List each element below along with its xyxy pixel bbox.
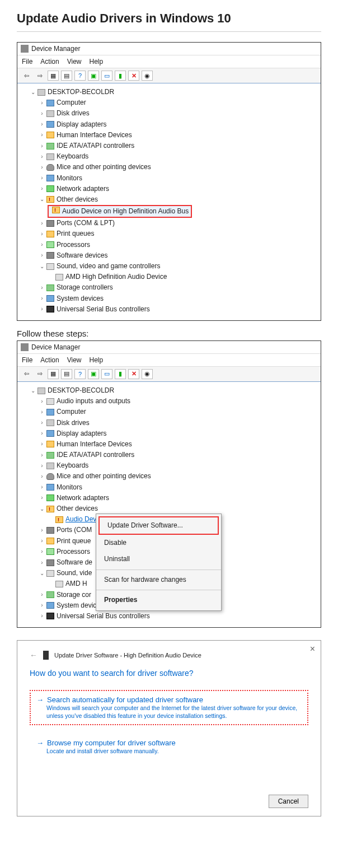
help-button[interactable]: ? bbox=[74, 369, 86, 379]
forward-button[interactable]: ⇨ bbox=[34, 369, 45, 379]
remove-button[interactable]: ✕ bbox=[128, 369, 139, 379]
option-search-auto[interactable]: →Search automatically for updated driver… bbox=[30, 690, 308, 725]
cat-disk[interactable]: Disk drives bbox=[57, 418, 90, 428]
expand-icon[interactable]: ⌄ bbox=[39, 505, 45, 514]
cat-other[interactable]: Other devices bbox=[57, 194, 98, 205]
menu-action[interactable]: Action bbox=[40, 356, 59, 364]
expand-icon[interactable]: › bbox=[39, 152, 45, 161]
add-button[interactable]: ▮ bbox=[115, 369, 126, 379]
cat-display[interactable]: Display adapters bbox=[57, 119, 106, 130]
expand-icon[interactable]: › bbox=[39, 99, 45, 108]
cat-disk[interactable]: Disk drives bbox=[57, 108, 90, 119]
expand-icon[interactable]: › bbox=[39, 472, 45, 481]
expand-icon[interactable]: › bbox=[39, 536, 45, 545]
expand-icon[interactable]: ⌄ bbox=[39, 195, 45, 204]
cat-usb[interactable]: Universal Serial Bus controllers bbox=[57, 304, 150, 315]
ctx-scan[interactable]: Scan for hardware changes bbox=[96, 572, 221, 588]
expand-icon[interactable]: › bbox=[39, 120, 45, 129]
expand-icon[interactable]: › bbox=[39, 163, 45, 172]
tree-root[interactable]: DESKTOP-BECOLDR bbox=[48, 385, 114, 396]
expand-icon[interactable]: › bbox=[39, 219, 45, 228]
expand-icon[interactable]: › bbox=[39, 451, 45, 460]
cat-network[interactable]: Network adapters bbox=[57, 184, 109, 194]
cat-mice[interactable]: Mice and other pointing devices bbox=[57, 471, 151, 482]
menu-view[interactable]: View bbox=[67, 58, 82, 66]
cat-storage[interactable]: Storage controllers bbox=[57, 282, 113, 293]
cancel-button[interactable]: Cancel bbox=[269, 795, 308, 808]
remove-button[interactable]: ✕ bbox=[128, 71, 139, 81]
properties-button[interactable]: ▤ bbox=[61, 369, 72, 379]
cat-sound[interactable]: Sound, vide bbox=[57, 568, 92, 578]
cat-ports[interactable]: Ports (COM & LPT) bbox=[57, 218, 115, 228]
expand-icon[interactable]: › bbox=[39, 184, 45, 193]
expand-icon[interactable]: › bbox=[39, 174, 45, 183]
cat-proc[interactable]: Processors bbox=[57, 547, 90, 557]
expand-icon[interactable]: › bbox=[39, 294, 45, 303]
add-button[interactable]: ▮ bbox=[115, 71, 126, 81]
cat-softdev[interactable]: Software de bbox=[57, 557, 92, 568]
cat-keyboards[interactable]: Keyboards bbox=[57, 460, 88, 471]
ctx-uninstall[interactable]: Uninstall bbox=[96, 551, 221, 567]
menu-help[interactable]: Help bbox=[90, 58, 104, 66]
expand-icon[interactable]: › bbox=[39, 601, 45, 610]
expand-icon[interactable]: ⌄ bbox=[30, 88, 36, 97]
ctx-update-driver[interactable]: Update Driver Software... bbox=[98, 516, 219, 535]
cat-keyboards[interactable]: Keyboards bbox=[57, 151, 88, 162]
expand-icon[interactable]: › bbox=[39, 493, 45, 502]
cat-display[interactable]: Display adapters bbox=[57, 428, 106, 439]
expand-icon[interactable]: › bbox=[39, 461, 45, 470]
tree-root[interactable]: DESKTOP-BECOLDR bbox=[48, 87, 114, 97]
show-hidden-button[interactable]: ▦ bbox=[48, 369, 59, 379]
cat-printq[interactable]: Print queues bbox=[57, 228, 94, 239]
expand-icon[interactable]: › bbox=[39, 418, 45, 427]
back-button[interactable]: ⇦ bbox=[21, 369, 32, 379]
menu-help[interactable]: Help bbox=[90, 356, 104, 364]
menu-action[interactable]: Action bbox=[40, 58, 59, 66]
cat-monitors[interactable]: Monitors bbox=[57, 173, 82, 184]
scan-button[interactable]: ▣ bbox=[88, 369, 99, 379]
cat-sound[interactable]: Sound, video and game controllers bbox=[57, 261, 160, 272]
expand-icon[interactable]: › bbox=[39, 547, 45, 556]
cat-printq[interactable]: Print queue bbox=[57, 536, 91, 547]
show-hidden-button[interactable]: ▦ bbox=[48, 71, 59, 81]
cat-computer[interactable]: Computer bbox=[57, 97, 86, 108]
cat-audio-io[interactable]: Audio inputs and outputs bbox=[57, 396, 130, 407]
properties-button[interactable]: ▤ bbox=[61, 71, 72, 81]
expand-icon[interactable]: ⌄ bbox=[39, 569, 45, 578]
back-icon[interactable]: ← bbox=[30, 651, 37, 660]
cat-hid[interactable]: Human Interface Devices bbox=[57, 439, 132, 450]
more-button[interactable]: ◉ bbox=[142, 71, 153, 81]
cat-other[interactable]: Other devices bbox=[57, 503, 98, 514]
menu-file[interactable]: File bbox=[22, 58, 32, 66]
monitor-button[interactable]: ▭ bbox=[101, 369, 112, 379]
expand-icon[interactable]: › bbox=[39, 558, 45, 567]
expand-icon[interactable]: › bbox=[39, 109, 45, 118]
cat-ports[interactable]: Ports (COM bbox=[57, 525, 92, 535]
cat-computer[interactable]: Computer bbox=[57, 407, 86, 417]
item-amd[interactable]: AMD High Definition Audio Device bbox=[65, 272, 167, 282]
menu-view[interactable]: View bbox=[67, 356, 82, 364]
help-button[interactable]: ? bbox=[74, 71, 86, 81]
expand-icon[interactable]: › bbox=[39, 142, 45, 151]
cat-usb[interactable]: Universal Serial Bus controllers bbox=[57, 611, 150, 622]
cat-storage[interactable]: Storage cor bbox=[57, 590, 91, 600]
back-button[interactable]: ⇦ bbox=[21, 71, 32, 81]
cat-sysdev[interactable]: System devices bbox=[57, 293, 104, 304]
item-amd[interactable]: AMD H bbox=[65, 578, 87, 589]
expand-icon[interactable]: › bbox=[39, 397, 45, 406]
expand-icon[interactable]: ⌄ bbox=[30, 386, 36, 395]
menu-file[interactable]: File bbox=[22, 356, 32, 364]
cat-hid[interactable]: Human Interface Devices bbox=[57, 130, 132, 141]
expand-icon[interactable]: › bbox=[39, 612, 45, 620]
cat-softdev[interactable]: Software devices bbox=[57, 250, 107, 261]
more-button[interactable]: ◉ bbox=[142, 369, 153, 379]
expand-icon[interactable]: ⌄ bbox=[39, 262, 45, 271]
ctx-properties[interactable]: Properties bbox=[96, 592, 221, 608]
cat-network[interactable]: Network adapters bbox=[57, 493, 109, 503]
expand-icon[interactable]: › bbox=[39, 526, 45, 535]
expand-icon[interactable]: › bbox=[39, 440, 45, 449]
forward-button[interactable]: ⇨ bbox=[34, 71, 45, 81]
ctx-disable[interactable]: Disable bbox=[96, 535, 221, 551]
expand-icon[interactable]: › bbox=[39, 230, 45, 239]
expand-icon[interactable]: › bbox=[39, 590, 45, 599]
